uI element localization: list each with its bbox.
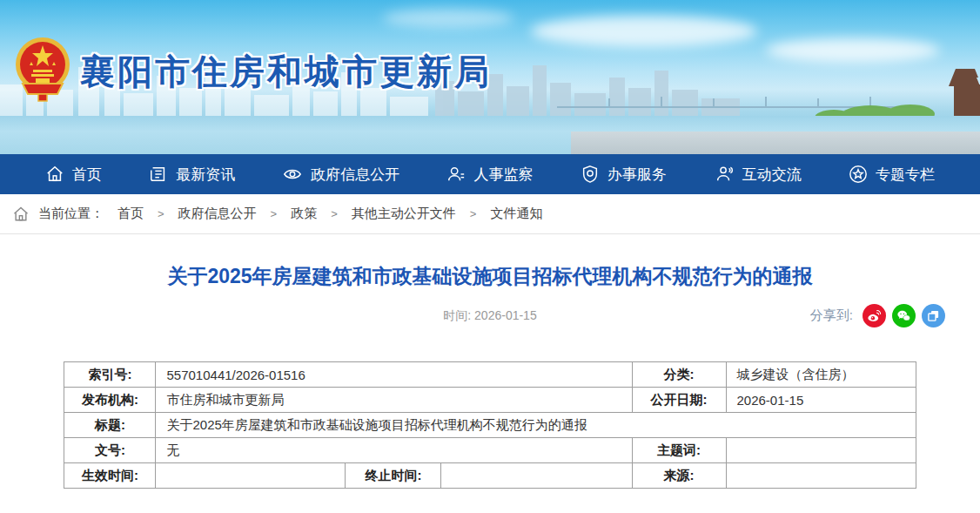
keywords-label: 主题词: [632, 438, 726, 463]
time-value: 2026-01-15 [474, 308, 537, 322]
breadcrumb-item-notices[interactable]: 文件通知 [490, 206, 542, 222]
breadcrumb-item-policy[interactable]: 政策 [291, 206, 317, 222]
nav-label: 政府信息公开 [311, 165, 399, 185]
nav-item-home[interactable]: 首页 [45, 165, 102, 185]
terminate-date-label: 终止时间: [346, 463, 441, 489]
chat-icon [714, 165, 735, 184]
breadcrumb-item-home[interactable]: 首页 [117, 206, 144, 222]
publisher-value: 市住房和城市更新局 [156, 388, 632, 413]
source-label: 来源: [632, 463, 726, 489]
nav-item-topics[interactable]: 专题专栏 [849, 165, 935, 185]
site-title: 襄阳市住房和城市更新局 [80, 48, 492, 96]
category-label: 分类: [632, 362, 726, 388]
share-wechat-button[interactable] [892, 304, 916, 327]
keywords-value [726, 438, 916, 463]
table-row: 标题: 关于2025年房屋建筑和市政基础设施项目招标代理机构不规范行为的通报 [64, 413, 916, 438]
nav-item-gov-info[interactable]: 政府信息公开 [282, 165, 399, 185]
source-value [726, 463, 916, 489]
breadcrumb-separator: > [271, 207, 278, 220]
title-value: 关于2025年房屋建筑和市政基础设施项目招标代理机构不规范行为的通报 [156, 413, 916, 438]
nav-label: 互动交流 [742, 165, 802, 185]
share-bar: 分享到: [810, 304, 945, 327]
category-value: 城乡建设（含住房） [726, 362, 916, 388]
main-nav: 首页 最新资讯 政府信息公开 人事监察 办事服务 互动交流 专题专栏 [0, 154, 980, 194]
publish-date-label: 公开日期: [632, 388, 726, 413]
breadcrumb-item-other-docs[interactable]: 其他主动公开文件 [352, 206, 456, 222]
document-info-table: 索引号: 557010441/2026-01516 分类: 城乡建设（含住房） … [64, 361, 916, 489]
breadcrumb-separator: > [470, 207, 477, 220]
terminate-date-value [441, 463, 632, 489]
nav-label: 人事监察 [473, 165, 533, 185]
breadcrumb-prefix: 当前位置： [38, 206, 104, 222]
time-label: 时间: [443, 308, 471, 322]
wechat-icon [896, 308, 911, 323]
publish-date-value: 2026-01-15 [726, 388, 916, 413]
page-title: 关于2025年房屋建筑和市政基础设施项目招标代理机构不规范行为的通报 [55, 263, 925, 290]
star-icon [849, 165, 868, 184]
breadcrumb-separator: > [331, 207, 338, 220]
article-meta: 时间: 2026-01-15 分享到: [0, 304, 980, 330]
share-label: 分享到: [810, 307, 853, 324]
share-weibo-button[interactable] [863, 304, 886, 327]
shield-icon [581, 165, 600, 184]
nav-label: 专题专栏 [876, 165, 935, 185]
table-row: 生效时间: 终止时间: 来源: [64, 463, 916, 489]
site-banner: 襄阳市住房和城市更新局 [0, 0, 980, 154]
nav-item-services[interactable]: 办事服务 [581, 165, 667, 185]
nav-item-news[interactable]: 最新资讯 [149, 165, 235, 185]
effective-date-label: 生效时间: [64, 463, 156, 489]
nav-item-interaction[interactable]: 互动交流 [714, 165, 802, 185]
index-no-label: 索引号: [64, 362, 156, 388]
nav-item-personnel[interactable]: 人事监察 [446, 165, 533, 185]
title-label: 标题: [64, 413, 156, 438]
table-row: 文号: 无 主题词: [64, 438, 916, 463]
news-icon [149, 165, 168, 184]
index-no-value: 557010441/2026-01516 [156, 362, 632, 388]
cloud-decoration [531, 16, 757, 47]
nav-label: 最新资讯 [176, 165, 235, 185]
copy-icon [927, 309, 940, 322]
person-icon [446, 165, 466, 184]
home-icon [12, 206, 30, 223]
doc-no-value: 无 [156, 438, 632, 463]
share-copy-button[interactable] [922, 304, 945, 327]
nav-label: 办事服务 [607, 165, 667, 185]
effective-date-value [156, 463, 346, 489]
eye-icon [282, 165, 303, 184]
national-emblem-icon [14, 33, 71, 105]
home-icon [45, 165, 64, 184]
weibo-icon [867, 308, 882, 323]
table-row: 索引号: 557010441/2026-01516 分类: 城乡建设（含住房） [64, 362, 916, 388]
breadcrumb-separator: > [158, 207, 164, 220]
breadcrumb-item-gov-info[interactable]: 政府信息公开 [178, 206, 257, 222]
table-row: 发布机构: 市住房和城市更新局 公开日期: 2026-01-15 [64, 388, 916, 413]
riverside-plaza [571, 132, 980, 154]
article-area: 关于2025年房屋建筑和市政基础设施项目招标代理机构不规范行为的通报 时间: 2… [0, 263, 980, 489]
nav-label: 首页 [72, 165, 102, 185]
publisher-label: 发布机构: [64, 388, 156, 413]
breadcrumb: 当前位置： 首页 > 政府信息公开 > 政策 > 其他主动公开文件 > 文件通知 [0, 194, 980, 234]
cloud-decoration [383, 9, 513, 28]
doc-no-label: 文号: [64, 438, 156, 463]
